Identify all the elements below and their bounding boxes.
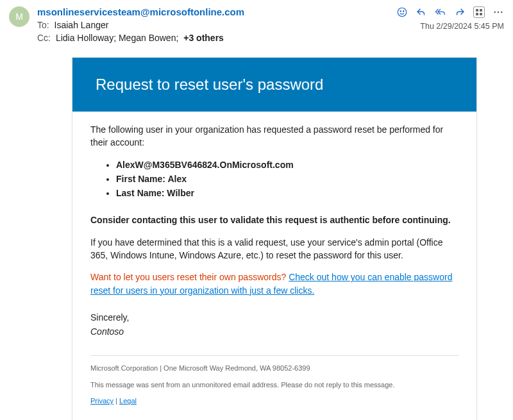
footer-corp: Microsoft Corporation | One Microsoft Wa… (90, 364, 458, 374)
cc-label: Cc: (37, 33, 51, 43)
list-item: Last Name: Wilber (116, 187, 458, 199)
email-content: The following user in your organization … (72, 112, 476, 420)
list-item: AlexW@M365BV646824.OnMicrosoft.com (116, 158, 458, 171)
intro-text: The following user in your organization … (90, 123, 458, 149)
forward-icon[interactable] (454, 6, 466, 18)
email-body: Request to reset user's password The fol… (72, 57, 477, 420)
cc-extra[interactable]: +3 others (183, 33, 224, 43)
to-line: To: Isaiah Langer (37, 20, 396, 30)
footer-note: This message was sent from an unmonitore… (90, 380, 458, 391)
email-footer: Microsoft Corporation | One Microsoft Wa… (90, 355, 458, 407)
footer-links: Privacy | Legal (90, 396, 458, 407)
svg-point-9 (501, 12, 502, 13)
email-header: M msonlineservicesteam@microsoftonline.c… (0, 0, 513, 49)
valid-request-text: If you have determined that this is a va… (90, 236, 458, 262)
action-bar (396, 6, 504, 18)
legal-link[interactable]: Legal (119, 397, 137, 405)
svg-point-0 (398, 8, 407, 17)
list-item: First Name: Alex (116, 172, 458, 185)
sender-name[interactable]: msonlineservicesteam@microsoftonline.com (37, 6, 396, 17)
svg-point-7 (494, 12, 496, 13)
cc-value[interactable]: Lidia Holloway; Megan Bowen; (56, 33, 178, 43)
to-value[interactable]: Isaiah Langer (55, 20, 109, 30)
sender-avatar: M (9, 6, 29, 27)
svg-rect-4 (480, 9, 482, 12)
svg-rect-6 (480, 13, 482, 15)
footer-sep: | (114, 397, 119, 405)
timestamp: Thu 2/29/2024 5:45 PM (420, 22, 504, 31)
privacy-link[interactable]: Privacy (90, 397, 114, 405)
header-main: msonlineservicesteam@microsoftonline.com… (37, 6, 396, 46)
warning-text: Consider contacting this user to validat… (90, 214, 458, 226)
promo-line: Want to let you users reset their own pa… (90, 271, 458, 297)
more-icon[interactable] (492, 6, 504, 18)
apps-icon[interactable] (473, 6, 485, 18)
svg-point-2 (403, 11, 404, 12)
react-icon[interactable] (396, 6, 408, 18)
signoff: Sincerely, (90, 311, 458, 324)
svg-rect-3 (476, 9, 478, 12)
svg-point-8 (498, 12, 499, 13)
reply-all-icon[interactable] (435, 6, 446, 18)
promo-red-text: Want to let you users reset their own pa… (90, 272, 289, 282)
user-details-list: AlexW@M365BV646824.OnMicrosoft.com First… (116, 158, 458, 200)
company-signature: Contoso (90, 325, 458, 338)
banner-title: Request to reset user's password (72, 58, 476, 112)
header-right: Thu 2/29/2024 5:45 PM (396, 6, 504, 31)
cc-line: Cc: Lidia Holloway; Megan Bowen; +3 othe… (37, 33, 396, 43)
to-label: To: (37, 20, 49, 30)
svg-rect-5 (476, 13, 478, 15)
reply-icon[interactable] (416, 6, 427, 18)
svg-point-1 (400, 11, 401, 12)
